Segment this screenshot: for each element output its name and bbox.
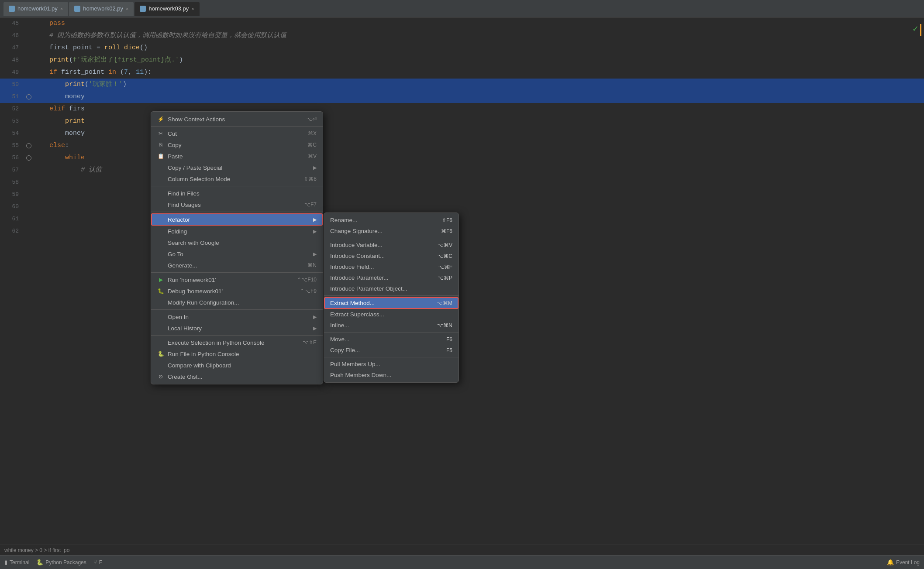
file-icon [140, 6, 146, 12]
debug-icon: 🐛 [157, 288, 164, 295]
menu-run-file-python[interactable]: 🐍 Run File in Python Console [151, 348, 323, 360]
tab-close[interactable]: × [60, 6, 63, 11]
blank-icon [157, 362, 164, 369]
refactor-submenu: Rename... ⇧F6 Change Signature... ⌘F6 In… [324, 213, 459, 383]
blank-icon [157, 339, 164, 346]
menu-find-usages[interactable]: Find Usages ⌥F7 [151, 199, 323, 210]
blank-icon [157, 262, 164, 269]
blank-icon [157, 250, 164, 257]
submenu-inline[interactable]: Inline... ⌥⌘N [324, 320, 459, 331]
code-line-62: 62 [0, 225, 924, 237]
menu-run[interactable]: ▶ Run 'homework01' ⌃⌥F10 [151, 274, 323, 285]
tab-close[interactable]: × [126, 6, 128, 11]
breadcrumb-bar: while money > 0 > if first_po [0, 545, 924, 555]
blank-icon [157, 164, 164, 171]
menu-open-in[interactable]: Open In ▶ [151, 311, 323, 322]
code-line-59: 59 [0, 189, 924, 201]
code-line-54: 54 money [0, 127, 924, 140]
blank-icon [157, 228, 164, 235]
code-line-53: 53 print [0, 115, 924, 127]
code-line-58: 58 [0, 176, 924, 189]
menu-generate[interactable]: Generate... ⌘N [151, 260, 323, 271]
code-line-57: 57 # 认值 [0, 164, 924, 176]
context-menu: ⚡ Show Context Actions ⌥⏎ ✂ Cut ⌘X ⎘ Cop… [151, 111, 323, 384]
terminal-button[interactable]: ▮ Terminal [4, 559, 29, 566]
github-icon: ⊙ [157, 373, 164, 380]
submenu-pull-members-up[interactable]: Pull Members Up... [324, 359, 459, 370]
tab-bar: homework01.py × homework02.py × homework… [0, 0, 924, 17]
menu-show-context-actions[interactable]: ⚡ Show Context Actions ⌥⏎ [151, 113, 323, 125]
menu-local-history[interactable]: Local History ▶ [151, 322, 323, 334]
menu-refactor[interactable]: Refactor ▶ Rename... ⇧F6 Change Signatur… [151, 213, 323, 226]
submenu-introduce-parameter[interactable]: Introduce Parameter... ⌥⌘P [324, 272, 459, 283]
submenu-rename[interactable]: Rename... ⇧F6 [324, 215, 459, 226]
menu-separator [151, 126, 323, 127]
submenu-push-members-down[interactable]: Push Members Down... [324, 370, 459, 380]
tab-homework03[interactable]: homework03.py × [134, 2, 199, 16]
menu-execute-selection[interactable]: Execute Selection in Python Console ⌥⇧E [151, 337, 323, 348]
menu-column-selection[interactable]: Column Selection Mode ⇧⌘8 [151, 173, 323, 185]
submenu-change-signature[interactable]: Change Signature... ⌘F6 [324, 226, 459, 237]
menu-find-in-files[interactable]: Find in Files [151, 188, 323, 199]
submenu-copy-file[interactable]: Copy File... F5 [324, 345, 459, 356]
submenu-separator [324, 238, 459, 238]
tab-homework01[interactable]: homework01.py × [3, 2, 68, 16]
code-line-49: 49 if first_point in (7, 11): [0, 66, 924, 79]
submenu-separator [324, 295, 459, 296]
submenu-extract-method[interactable]: Extract Method... ⌥⌘M [324, 297, 459, 309]
blank-icon [157, 175, 164, 182]
menu-compare-clipboard[interactable]: Compare with Clipboard [151, 360, 323, 371]
submenu-separator [324, 357, 459, 357]
run-icon: ▶ [157, 276, 164, 283]
code-line-50: 50 print('玩家胜！') [0, 79, 924, 91]
menu-folding[interactable]: Folding ▶ [151, 226, 323, 237]
menu-go-to[interactable]: Go To ▶ [151, 248, 323, 260]
menu-create-gist[interactable]: ⊙ Create Gist... [151, 371, 323, 382]
code-line-60: 60 [0, 201, 924, 213]
breadcrumb: while money > 0 > if first_po [4, 547, 69, 553]
menu-separator [151, 309, 323, 310]
code-line-61: 61 [0, 213, 924, 225]
event-log-button[interactable]: 🔔 Event Log [887, 559, 920, 566]
code-editor[interactable]: 45 pass 46 # 因为函数的参数有默认认值，调用函数时如果没有给自变量，… [0, 17, 924, 555]
menu-copy-paste-special[interactable]: Copy / Paste Special ▶ [151, 162, 323, 173]
menu-modify-run-config[interactable]: Modify Run Configuration... [151, 297, 323, 308]
menu-separator [151, 272, 323, 273]
menu-cut[interactable]: ✂ Cut ⌘X [151, 128, 323, 139]
menu-search-with-google[interactable]: Search with Google [151, 237, 323, 248]
tab-label: homework02.py [83, 5, 123, 12]
terminal-icon: ▮ [4, 559, 7, 566]
git-icon: ⑂ [93, 559, 97, 566]
cut-icon: ✂ [157, 130, 164, 137]
menu-copy[interactable]: ⎘ Copy ⌘C [151, 139, 323, 151]
blank-icon [157, 239, 164, 246]
code-line-45: 45 pass [0, 17, 924, 30]
paste-icon: 📋 [157, 153, 164, 160]
git-button[interactable]: ⑂ F [93, 559, 102, 566]
menu-separator [151, 186, 323, 186]
submenu-extract-superclass[interactable]: Extract Superclass... [324, 309, 459, 320]
python-packages-icon: 🐍 [36, 559, 43, 566]
tab-homework02[interactable]: homework02.py × [69, 2, 134, 16]
code-line-51: 51 money [0, 91, 924, 103]
submenu-move[interactable]: Move... F6 [324, 334, 459, 345]
menu-paste[interactable]: 📋 Paste ⌘V [151, 151, 323, 162]
terminal-label: Terminal [10, 559, 29, 566]
menu-debug[interactable]: 🐛 Debug 'homework01' ⌃⌥F9 [151, 285, 323, 297]
submenu-introduce-variable[interactable]: Introduce Variable... ⌥⌘V [324, 240, 459, 250]
submenu-introduce-parameter-object[interactable]: Introduce Parameter Object... [324, 283, 459, 294]
blank-icon [157, 313, 164, 320]
context-icon: ⚡ [157, 116, 164, 123]
file-icon [9, 6, 15, 12]
submenu-introduce-field[interactable]: Introduce Field... ⌥⌘F [324, 261, 459, 272]
tab-label: homework03.py [148, 5, 189, 12]
code-line-46: 46 # 因为函数的参数有默认认值，调用函数时如果没有给自变量，就会使用默认认值 [0, 30, 924, 42]
file-icon [74, 6, 80, 12]
blank-icon [157, 201, 164, 208]
blank-icon [157, 190, 164, 197]
python-packages-button[interactable]: 🐍 Python Packages [36, 559, 86, 566]
tab-close[interactable]: × [191, 6, 194, 11]
submenu-introduce-constant[interactable]: Introduce Constant... ⌥⌘C [324, 250, 459, 261]
syntax-ok-indicator: ✓ [912, 24, 919, 34]
code-line-56: 56 while [0, 152, 924, 164]
